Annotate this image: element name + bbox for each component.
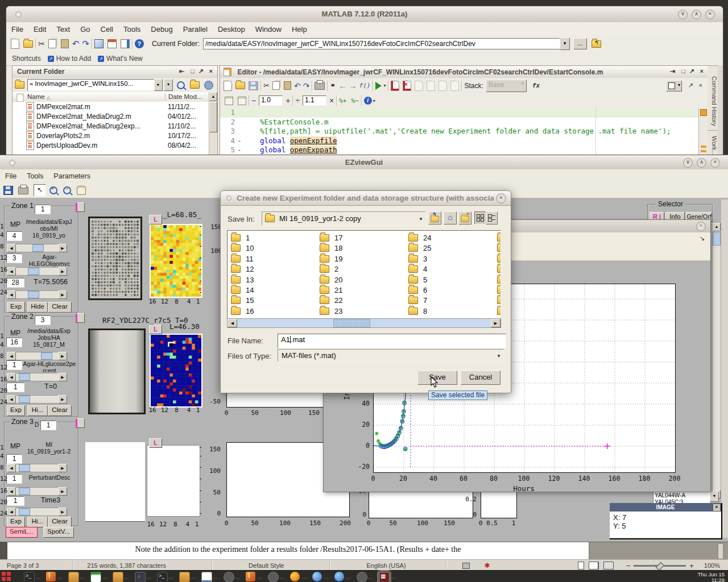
file-row[interactable]: DMPexcel2mat_MediaDrug2exp...11/10/2... bbox=[13, 121, 209, 131]
editor-dock-icon[interactable]: ⇥ bbox=[670, 68, 675, 75]
breakpoint-icon[interactable] bbox=[391, 81, 399, 91]
results-expand-icon[interactable]: ↘ bbox=[700, 235, 705, 242]
editor-new-icon[interactable] bbox=[224, 81, 232, 91]
hscroll-right-icon[interactable]: ▶ bbox=[491, 319, 500, 327]
editor-popout-icon[interactable]: ↗ bbox=[689, 68, 694, 75]
next-cell-icon[interactable] bbox=[238, 97, 246, 105]
zone-media-slider-thumb[interactable] bbox=[19, 488, 30, 495]
image-window-close-icon[interactable]: × bbox=[713, 504, 721, 512]
pan-hand-icon[interactable] bbox=[77, 186, 86, 195]
results-close-button[interactable]: × bbox=[696, 222, 706, 231]
zone-time-slider-right-icon[interactable]: ▶ bbox=[58, 395, 67, 404]
shortcut-whats-new[interactable]: What's New bbox=[106, 55, 143, 63]
editor-close-icon[interactable]: × bbox=[700, 68, 704, 74]
tab-command-history[interactable]: Command History bbox=[708, 65, 718, 134]
zoom-minus-icon[interactable]: − bbox=[626, 562, 631, 570]
editor-cut-icon[interactable]: ✂ bbox=[263, 81, 270, 90]
editor-open-icon[interactable] bbox=[235, 82, 245, 89]
dialog-folder-item[interactable]: 6 bbox=[408, 286, 427, 294]
terminal-taskbar-icon[interactable]: >_ bbox=[157, 572, 168, 582]
status-words[interactable]: 215 words, 1,387 characters bbox=[87, 562, 166, 569]
shortcut-how-to-add[interactable]: How to Add bbox=[56, 55, 91, 63]
dialog-folder-item-clipped[interactable] bbox=[497, 286, 501, 296]
help-icon[interactable]: ? bbox=[135, 39, 144, 48]
zone-time-slider-right-icon[interactable]: ▶ bbox=[58, 508, 67, 516]
zone-mp-slider-thumb[interactable] bbox=[32, 244, 44, 252]
zone-media-slider[interactable]: ◀▶ bbox=[7, 267, 67, 276]
zone-time-slider[interactable]: ◀▶ bbox=[7, 395, 67, 404]
zone-media-slider[interactable]: ◀▶ bbox=[7, 487, 67, 496]
dialog-folder-item-clipped[interactable] bbox=[497, 265, 501, 275]
menu-parallel[interactable]: Parallel bbox=[178, 24, 213, 35]
media-player-taskbar-icon[interactable]: ♪ bbox=[135, 572, 146, 582]
current-folder-panel-header[interactable]: Current Folder ⇤ □ ↗ × bbox=[13, 66, 217, 78]
folder-list-box[interactable]: 1101112131415161718192202122232425345678 bbox=[227, 230, 501, 319]
gene-list-item[interactable]: YAL044W-A bbox=[653, 492, 710, 499]
zoom-plus-icon[interactable]: + bbox=[689, 562, 694, 570]
zone-mp-slider-right-icon[interactable]: ▶ bbox=[58, 244, 67, 252]
new-folder-button[interactable]: ✳ bbox=[458, 211, 471, 225]
ezview-titlebar[interactable]: EZviewGui ∨ ∧ × bbox=[0, 155, 728, 170]
map-link-button[interactable]: L bbox=[149, 325, 162, 334]
gene-list-dropdown-icon[interactable]: ▼ bbox=[710, 492, 719, 502]
zone-exp-button[interactable]: Exp bbox=[7, 405, 25, 416]
ezview-minimize-button[interactable]: ∨ bbox=[683, 158, 693, 168]
data-cursor-tool[interactable]: ↖ bbox=[34, 184, 46, 197]
folder-taskbar-icon[interactable] bbox=[113, 572, 123, 582]
zone-index-field[interactable]: 1 bbox=[40, 421, 56, 430]
zone-media-slider-thumb[interactable] bbox=[19, 373, 30, 381]
code-line[interactable]: 2%EstartConsole.m bbox=[220, 118, 699, 127]
dialog-folder-item-clipped[interactable] bbox=[497, 296, 501, 306]
writer-page[interactable]: Note the addition to the experiment fold… bbox=[7, 542, 589, 559]
ezview-scrollbar[interactable]: ▲▼ bbox=[712, 222, 721, 499]
zoom-slider-handle[interactable] bbox=[656, 562, 665, 571]
fx-icon[interactable]: fx bbox=[532, 82, 540, 89]
undock-left-icon[interactable]: ⇤ bbox=[179, 68, 184, 75]
clear-breakpoints-icon[interactable]: × bbox=[403, 81, 411, 91]
terminal-taskbar-icon[interactable]: >_ bbox=[24, 572, 35, 582]
file-row[interactable]: DoverlayPlots2.m10/17/2... bbox=[13, 131, 209, 140]
maximize-button[interactable]: ∧ bbox=[692, 10, 701, 19]
divide-value-field[interactable]: 1.0 bbox=[259, 95, 283, 106]
zone-clear-button[interactable]: Clear bbox=[48, 517, 72, 527]
copy-icon[interactable] bbox=[48, 39, 56, 48]
menu-edit[interactable]: Edit bbox=[28, 24, 51, 35]
close-panel-icon[interactable]: × bbox=[209, 68, 213, 74]
zone-mp-slider-track[interactable] bbox=[16, 464, 58, 472]
path-dropdown-button[interactable]: ▾ bbox=[560, 38, 570, 50]
zone-mp-slider-right-icon[interactable]: ▶ bbox=[58, 464, 67, 472]
zone-index-field[interactable]: 1 bbox=[35, 205, 51, 214]
menu-window[interactable]: Window bbox=[250, 24, 287, 35]
editor-save-icon[interactable] bbox=[249, 81, 258, 90]
menu-file[interactable]: File bbox=[6, 24, 28, 35]
current-folder-path-input[interactable] bbox=[203, 38, 560, 49]
up-one-level-button[interactable]: ↰ bbox=[428, 211, 441, 225]
zone-time-slider-thumb[interactable] bbox=[19, 508, 30, 516]
scrollbar-thumb[interactable] bbox=[713, 232, 721, 246]
dialog-folder-item-clipped[interactable] bbox=[497, 244, 501, 254]
browse-folder-button[interactable]: ... bbox=[573, 38, 587, 49]
status-style[interactable]: Default Style bbox=[249, 562, 284, 569]
ezview-menu-tools[interactable]: Tools bbox=[22, 171, 48, 181]
dialog-folder-item[interactable]: 23 bbox=[320, 307, 342, 315]
zone-media-slider-track[interactable] bbox=[16, 267, 58, 276]
code-line[interactable]: 1 bbox=[220, 108, 699, 118]
zone-media-slider-right-icon[interactable]: ▶ bbox=[58, 373, 67, 381]
dialog-folder-item[interactable]: 2 bbox=[320, 265, 338, 273]
spotview-button[interactable]: SpotV... bbox=[43, 527, 74, 538]
dialog-folder-item[interactable]: 24 bbox=[408, 234, 431, 242]
run-dropdown-icon[interactable]: ▾ bbox=[383, 83, 386, 88]
cut-icon[interactable]: ✂ bbox=[38, 39, 45, 48]
save-in-combo[interactable]: MI 16_0919_yor1-2 copy ▾ bbox=[262, 211, 426, 226]
folder-up-icon[interactable]: ↰ bbox=[592, 40, 601, 48]
image-window-titlebar[interactable]: IMAGE× bbox=[610, 503, 721, 512]
zone-mp-slider-thumb[interactable] bbox=[19, 464, 30, 472]
dialog-folder-item[interactable]: 20 bbox=[320, 276, 342, 284]
editor-close2-icon[interactable]: × bbox=[699, 82, 702, 89]
status-language[interactable]: English (USA) bbox=[366, 562, 406, 569]
folder-taskbar-icon[interactable] bbox=[179, 572, 190, 582]
editor-print-icon[interactable] bbox=[315, 82, 325, 90]
zone2-heatmap[interactable] bbox=[150, 334, 202, 408]
save-in-dropdown-icon[interactable]: ▾ bbox=[416, 216, 425, 222]
dialog-folder-item[interactable]: 12 bbox=[231, 265, 254, 273]
